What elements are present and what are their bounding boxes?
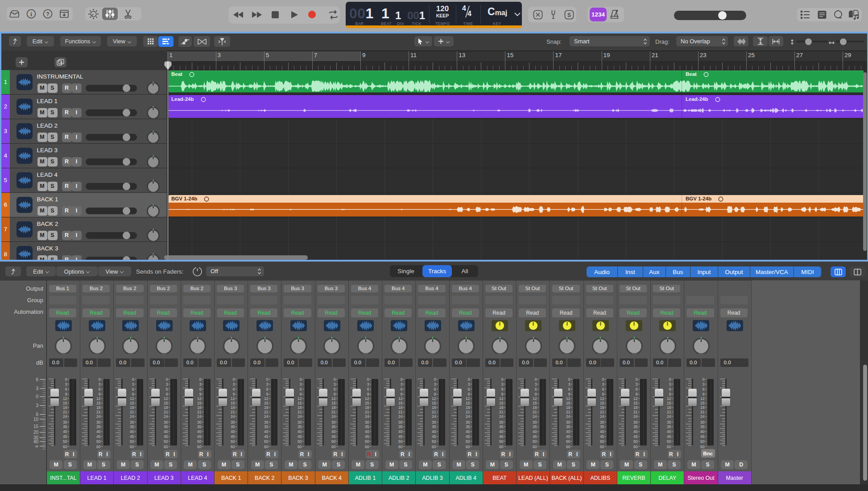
svg-text:15: 15 xyxy=(566,401,570,405)
svg-text:12: 12 xyxy=(600,396,604,401)
svg-text:24: 24 xyxy=(96,414,101,419)
svg-text:6: 6 xyxy=(266,387,269,391)
svg-text:35: 35 xyxy=(331,424,336,429)
svg-text:6: 6 xyxy=(199,387,201,391)
svg-text:45: 45 xyxy=(499,434,504,439)
svg-text:35: 35 xyxy=(633,424,638,429)
svg-text:35: 35 xyxy=(130,424,134,429)
svg-text:9: 9 xyxy=(602,392,604,396)
svg-text:0: 0 xyxy=(65,377,67,382)
svg-text:35: 35 xyxy=(398,424,403,429)
svg-text:35: 35 xyxy=(700,424,705,429)
svg-text:30: 30 xyxy=(633,420,638,424)
svg-text:0: 0 xyxy=(36,394,38,399)
svg-text:35: 35 xyxy=(533,424,537,429)
svg-text:24: 24 xyxy=(566,414,570,419)
svg-text:45: 45 xyxy=(130,434,134,439)
svg-text:35: 35 xyxy=(63,424,67,429)
svg-text:0: 0 xyxy=(636,377,638,382)
svg-text:18: 18 xyxy=(466,405,470,410)
svg-text:40: 40 xyxy=(298,429,302,434)
svg-text:9: 9 xyxy=(703,392,705,396)
svg-text:12: 12 xyxy=(533,396,537,401)
svg-text:24: 24 xyxy=(63,414,67,419)
svg-text:60: 60 xyxy=(499,445,504,449)
svg-text:21: 21 xyxy=(298,410,302,414)
svg-text:60: 60 xyxy=(96,445,101,449)
svg-text:24: 24 xyxy=(633,414,638,419)
svg-text:50: 50 xyxy=(231,439,235,444)
svg-text:12: 12 xyxy=(298,396,302,401)
svg-text:50: 50 xyxy=(499,439,504,444)
svg-text:0: 0 xyxy=(669,377,671,382)
svg-text:60: 60 xyxy=(398,445,403,449)
svg-text:35: 35 xyxy=(466,424,470,429)
svg-text:15: 15 xyxy=(667,401,671,405)
svg-text:60: 60 xyxy=(197,445,202,449)
svg-text:21: 21 xyxy=(633,410,638,414)
svg-text:0: 0 xyxy=(703,377,705,382)
svg-text:18: 18 xyxy=(96,405,101,410)
svg-text:15: 15 xyxy=(700,401,705,405)
svg-text:60: 60 xyxy=(466,445,470,449)
svg-text:3: 3 xyxy=(401,382,403,387)
svg-text:9: 9 xyxy=(300,392,302,396)
svg-text:45: 45 xyxy=(600,434,604,439)
svg-text:40: 40 xyxy=(398,429,403,434)
svg-text:45: 45 xyxy=(700,434,705,439)
svg-text:9: 9 xyxy=(669,392,671,396)
svg-text:15: 15 xyxy=(331,401,336,405)
svg-text:45: 45 xyxy=(231,434,235,439)
svg-text:15: 15 xyxy=(633,401,638,405)
svg-text:15: 15 xyxy=(197,401,202,405)
svg-text:50: 50 xyxy=(432,439,436,444)
svg-text:30: 30 xyxy=(398,420,403,424)
svg-text:0: 0 xyxy=(568,377,570,382)
svg-text:60: 60 xyxy=(365,445,369,449)
svg-text:24: 24 xyxy=(365,414,369,419)
svg-text:30: 30 xyxy=(197,420,202,424)
svg-text:18: 18 xyxy=(432,405,436,410)
svg-text:6: 6 xyxy=(300,387,302,391)
svg-text:60: 60 xyxy=(667,445,671,449)
svg-text:12: 12 xyxy=(499,396,504,401)
svg-text:30: 30 xyxy=(264,420,269,424)
svg-text:50: 50 xyxy=(264,439,269,444)
svg-text:6: 6 xyxy=(333,387,335,391)
svg-text:9: 9 xyxy=(401,392,403,396)
svg-text:15: 15 xyxy=(365,401,369,405)
svg-text:15: 15 xyxy=(33,424,39,429)
svg-text:45: 45 xyxy=(298,434,302,439)
svg-text:15: 15 xyxy=(398,401,403,405)
svg-text:0: 0 xyxy=(233,377,235,382)
svg-text:40: 40 xyxy=(600,429,604,434)
svg-text:3: 3 xyxy=(434,382,436,387)
svg-text:50: 50 xyxy=(163,439,168,444)
svg-text:12: 12 xyxy=(163,396,168,401)
svg-text:45: 45 xyxy=(667,434,671,439)
svg-text:15: 15 xyxy=(432,401,436,405)
svg-text:9: 9 xyxy=(132,392,134,396)
svg-text:0: 0 xyxy=(501,377,504,382)
svg-text:40: 40 xyxy=(264,429,269,434)
svg-text:18: 18 xyxy=(499,405,504,410)
svg-text:3: 3 xyxy=(535,382,537,387)
svg-text:24: 24 xyxy=(432,414,436,419)
svg-text:21: 21 xyxy=(130,410,134,414)
svg-text:45: 45 xyxy=(398,434,403,439)
svg-text:9: 9 xyxy=(636,392,638,396)
svg-text:24: 24 xyxy=(466,414,470,419)
svg-text:30: 30 xyxy=(298,420,302,424)
svg-text:15: 15 xyxy=(63,401,67,405)
svg-text:0: 0 xyxy=(434,377,436,382)
svg-text:35: 35 xyxy=(600,424,604,429)
svg-text:45: 45 xyxy=(197,434,202,439)
svg-text:0: 0 xyxy=(99,377,101,382)
svg-text:9: 9 xyxy=(501,392,504,396)
svg-text:60: 60 xyxy=(566,445,570,449)
svg-text:20: 20 xyxy=(33,430,39,435)
svg-text:18: 18 xyxy=(331,405,336,410)
svg-text:30: 30 xyxy=(432,420,436,424)
svg-text:40: 40 xyxy=(700,429,705,434)
svg-text:18: 18 xyxy=(365,405,369,410)
